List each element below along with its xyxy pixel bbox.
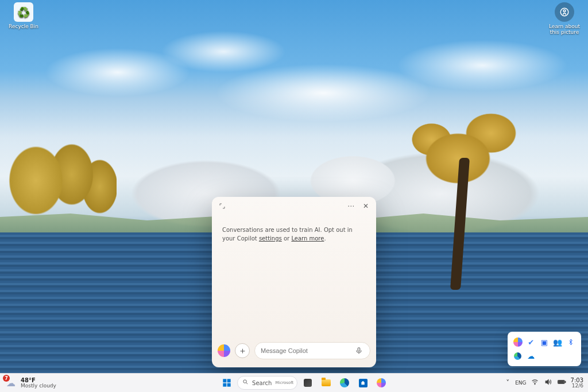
language-indicator[interactable]: ENG bbox=[515, 380, 526, 386]
clock-time: 7:03 bbox=[571, 377, 583, 383]
copilot-taskbar-button[interactable] bbox=[373, 375, 389, 391]
battery-icon[interactable] bbox=[558, 378, 566, 387]
file-explorer-button[interactable] bbox=[318, 375, 334, 391]
store-button[interactable] bbox=[355, 375, 371, 391]
search-label: Search bbox=[252, 380, 272, 386]
weather-widget[interactable]: 7 48°F Mostly cloudy bbox=[0, 377, 103, 389]
copilot-message-field[interactable] bbox=[254, 342, 370, 359]
search-brand: Microsoft bbox=[275, 381, 293, 385]
wallpaper-lone-tree bbox=[399, 89, 531, 290]
taskbar-right: ˅ ENG 7:03 12/6 bbox=[505, 377, 588, 389]
learn-about-label: Learn about this picture bbox=[544, 24, 585, 35]
copilot-message-input[interactable] bbox=[261, 347, 350, 354]
svg-rect-10 bbox=[558, 381, 563, 383]
copilot-learn-more-link[interactable]: Learn more bbox=[291, 235, 324, 242]
clock-date: 12/6 bbox=[571, 383, 583, 389]
copilot-logo-icon[interactable] bbox=[218, 344, 230, 357]
taskbar-center: Search Microsoft bbox=[103, 375, 505, 391]
tray-todo-icon[interactable]: ✔ bbox=[525, 336, 536, 348]
copilot-settings-link[interactable]: settings bbox=[259, 235, 282, 242]
close-icon[interactable]: ✕ bbox=[360, 200, 372, 212]
tray-edge-icon[interactable] bbox=[512, 350, 523, 362]
svg-rect-4 bbox=[227, 379, 231, 382]
expand-icon[interactable] bbox=[216, 200, 228, 212]
tray-bluetooth-icon[interactable] bbox=[566, 336, 577, 348]
tray-chevron-icon[interactable]: ˅ bbox=[505, 379, 510, 387]
svg-rect-5 bbox=[223, 383, 226, 387]
volume-icon[interactable] bbox=[544, 378, 552, 387]
svg-rect-2 bbox=[358, 348, 360, 351]
weather-condition: Mostly cloudy bbox=[21, 383, 56, 389]
wifi-icon[interactable] bbox=[531, 378, 539, 387]
svg-point-8 bbox=[534, 384, 535, 385]
start-button[interactable] bbox=[219, 375, 235, 391]
svg-rect-3 bbox=[223, 379, 226, 382]
copilot-body: Conversations are used to train AI. Opt … bbox=[212, 215, 376, 336]
microphone-icon[interactable] bbox=[355, 346, 364, 355]
info-circle-icon bbox=[555, 2, 574, 22]
edge-button[interactable] bbox=[336, 375, 353, 391]
weather-temp: 48°F bbox=[21, 377, 56, 383]
svg-point-7 bbox=[243, 380, 247, 383]
recycle-bin-icon[interactable]: ♻️ Recycle Bin bbox=[3, 2, 44, 29]
task-view-button[interactable] bbox=[300, 375, 316, 391]
recycle-icon: ♻️ bbox=[14, 2, 33, 22]
tray-copilot-icon[interactable] bbox=[512, 336, 523, 348]
notification-badge: 7 bbox=[3, 375, 10, 382]
copilot-titlebar[interactable]: ⋯ ✕ bbox=[212, 197, 376, 215]
add-button[interactable]: ＋ bbox=[235, 343, 250, 358]
svg-rect-6 bbox=[227, 383, 231, 387]
desktop: ♻️ Recycle Bin Learn about this picture … bbox=[0, 0, 588, 392]
tray-phone-link-icon[interactable]: ▣ bbox=[539, 336, 550, 348]
taskbar: 7 48°F Mostly cloudy Search Microsoft bbox=[0, 373, 588, 392]
svg-point-1 bbox=[563, 10, 566, 12]
weather-icon: 7 bbox=[5, 377, 17, 389]
copilot-input-bar: ＋ bbox=[212, 336, 376, 367]
clock[interactable]: 7:03 12/6 bbox=[571, 377, 583, 389]
search-icon bbox=[242, 379, 249, 387]
svg-rect-11 bbox=[564, 381, 565, 382]
system-tray-flyout: ✔ ▣ 👥 ☁ bbox=[508, 332, 581, 366]
learn-about-picture-icon[interactable]: Learn about this picture bbox=[544, 2, 585, 35]
more-icon[interactable]: ⋯ bbox=[345, 200, 357, 212]
tray-teams-icon[interactable]: 👥 bbox=[552, 336, 563, 348]
copilot-window: ⋯ ✕ Conversations are used to train AI. … bbox=[212, 197, 376, 367]
taskbar-search[interactable]: Search Microsoft bbox=[237, 376, 297, 390]
tray-onedrive-icon[interactable]: ☁ bbox=[525, 350, 536, 362]
recycle-bin-label: Recycle Bin bbox=[3, 24, 44, 29]
wallpaper-trees-left bbox=[5, 126, 117, 247]
